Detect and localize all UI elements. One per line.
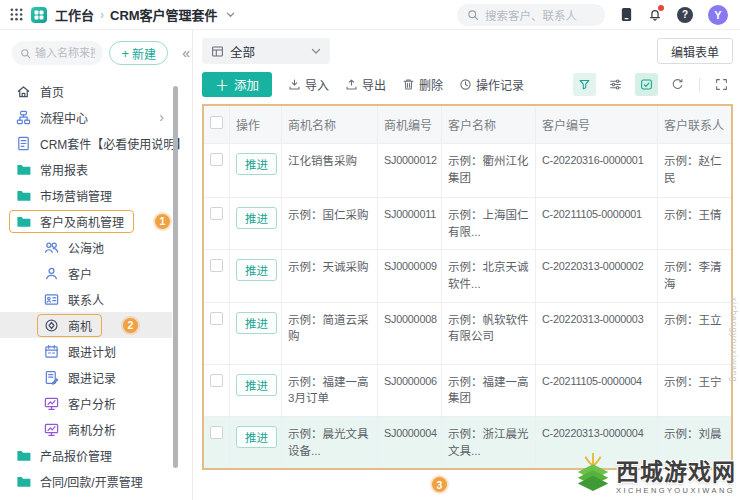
edit-form-button[interactable]: 编辑表单 [657, 38, 733, 64]
row-select-cell [204, 303, 230, 365]
apps-grid-icon[interactable] [10, 8, 23, 21]
column-header[interactable]: 客户名称 [442, 106, 536, 144]
add-button[interactable]: ＋ 添加 [202, 72, 272, 97]
filter-icon[interactable] [573, 73, 596, 96]
fullscreen-icon[interactable] [710, 73, 733, 96]
flow-icon [16, 110, 31, 125]
search-icon [467, 9, 479, 21]
sidebar-item-11[interactable]: 跟进记录 [0, 364, 172, 390]
sidebar-item-label: 产品报价管理 [40, 447, 112, 464]
sidebar-item-1[interactable]: 流程中心› [0, 104, 172, 130]
table-row[interactable]: 推进示例：福建一高3月订单SJ0000006示例：福建一高集团C-2021110… [204, 365, 731, 417]
advance-button[interactable]: 推进 [236, 207, 277, 229]
contact-card-icon [44, 292, 59, 307]
collapse-sidebar-icon[interactable]: « [182, 45, 190, 61]
opportunity-number: SJ0000008 [378, 303, 442, 365]
sidebar-item-label: 合同/回款/开票管理 [40, 473, 143, 490]
opportunity-name: 示例：福建一高3月订单 [282, 365, 378, 417]
row-checkbox[interactable] [210, 374, 223, 387]
sidebar-item-label: 跟进记录 [68, 369, 116, 386]
operation-log-button[interactable]: 操作记录 [459, 76, 524, 93]
table-row[interactable]: 推进示例：简道云采购SJ0000008示例：帆软软件有限公司C-20220313… [204, 303, 731, 365]
row-select-cell [204, 198, 230, 250]
row-checkbox[interactable] [210, 207, 223, 220]
calendar-icon [44, 344, 59, 359]
sidebar-item-label: 市场营销管理 [40, 187, 112, 204]
column-header[interactable]: 商机编号 [378, 106, 442, 144]
row-action-cell: 推进 [230, 417, 282, 468]
create-new-button[interactable]: + 新建 [109, 41, 168, 65]
sidebar-item-14[interactable]: 产品报价管理 [0, 442, 172, 468]
global-search-input[interactable]: 搜索客户、联系人 [457, 4, 605, 26]
main-content: 全部 编辑表单 ＋ 添加 导入 导出 [193, 30, 740, 500]
breadcrumb-workbench[interactable]: 工作台 [55, 5, 94, 24]
notifications-bell-icon[interactable] [648, 7, 662, 22]
view-filter-dropdown[interactable]: 全部 [202, 38, 330, 64]
opportunity-icon [44, 318, 59, 333]
advance-button[interactable]: 推进 [236, 426, 277, 448]
watermark-latin: XICHENGYOUXIWANG [616, 486, 736, 495]
sidebar-item-4[interactable]: 市场营销管理 [0, 182, 172, 208]
select-all-checkbox[interactable] [210, 116, 223, 129]
opportunity-number: SJ0000009 [378, 250, 442, 302]
page-title: CRM客户管理套件 [110, 5, 218, 24]
column-header[interactable]: 商机名称 [282, 106, 378, 144]
title-caret-down-icon[interactable] [226, 10, 235, 19]
sidebar-search-field[interactable] [35, 47, 95, 59]
annotation-highlight-box: 商机 [37, 314, 102, 337]
column-header[interactable]: 客户编号 [536, 106, 658, 144]
import-button[interactable]: 导入 [288, 76, 329, 93]
row-action-cell: 推进 [230, 198, 282, 250]
table-row[interactable]: 推进示例：天诚采购SJ0000009示例：北京天诚软件...C-20220313… [204, 250, 731, 302]
advance-button[interactable]: 推进 [236, 312, 277, 334]
mobile-preview-icon[interactable] [620, 7, 633, 22]
row-action-cell: 推进 [230, 144, 282, 198]
import-icon [288, 78, 301, 91]
customer-number: C-20220316-0000001 [536, 144, 658, 198]
export-button[interactable]: 导出 [345, 76, 386, 93]
row-action-cell: 推进 [230, 365, 282, 417]
notification-dot [658, 5, 664, 11]
form-view-icon[interactable] [635, 73, 658, 96]
watermark-vertical-text: xichengyouxiwang [729, 297, 739, 382]
sidebar-item-13[interactable]: 商机分析 [0, 416, 172, 442]
sidebar-search-box[interactable] [12, 41, 103, 65]
row-checkbox[interactable] [210, 153, 223, 166]
column-header[interactable]: 操作 [230, 106, 282, 144]
workbench-app-icon[interactable] [31, 7, 47, 23]
advance-button[interactable]: 推进 [236, 374, 277, 396]
sidebar-item-9[interactable]: 商机2 [0, 312, 172, 338]
row-checkbox[interactable] [210, 259, 223, 272]
sidebar-scrollbar[interactable] [173, 86, 178, 468]
sidebar-item-0[interactable]: 首页 [0, 78, 172, 104]
analysis-icon [44, 396, 59, 411]
opportunity-number: SJ0000004 [378, 417, 442, 468]
table-body: 推进江化销售采购SJ0000012示例：衢州江化集团C-20220316-000… [204, 144, 731, 468]
sidebar-item-2[interactable]: CRM套件【必看使用说明】 [0, 130, 172, 156]
sidebar-item-15[interactable]: 合同/回款/开票管理 [0, 468, 172, 494]
table-row[interactable]: 推进示例：国仁采购SJ0000011示例：上海国仁有限...C-20211105… [204, 198, 731, 250]
customer-number: C-20220313-0000003 [536, 303, 658, 365]
customer-number: C-20220313-0000002 [536, 250, 658, 302]
column-header[interactable]: 客户联系人 [658, 106, 731, 144]
sidebar-item-8[interactable]: 联系人 [0, 286, 172, 312]
row-checkbox[interactable] [210, 426, 223, 439]
row-checkbox[interactable] [210, 312, 223, 325]
advance-button[interactable]: 推进 [236, 153, 277, 175]
plus-icon: + [121, 47, 129, 60]
row-select-cell [204, 417, 230, 468]
sidebar-item-5[interactable]: 客户及商机管理1 [0, 208, 172, 234]
help-icon[interactable]: ? [677, 7, 693, 23]
sidebar-item-7[interactable]: 客户 [0, 260, 172, 286]
refresh-icon[interactable] [666, 73, 689, 96]
avatar[interactable]: Y [708, 5, 728, 25]
delete-button[interactable]: 删除 [402, 76, 443, 93]
column-settings-icon[interactable] [604, 73, 627, 96]
sidebar-item-3[interactable]: 常用报表 [0, 156, 172, 182]
advance-button[interactable]: 推进 [236, 259, 277, 281]
sidebar-item-12[interactable]: 客户分析 [0, 390, 172, 416]
annotation-badge-3: 3 [432, 477, 447, 492]
table-row[interactable]: 推进江化销售采购SJ0000012示例：衢州江化集团C-20220316-000… [204, 144, 731, 198]
sidebar-item-10[interactable]: 跟进计划 [0, 338, 172, 364]
sidebar-item-6[interactable]: 公海池 [0, 234, 172, 260]
